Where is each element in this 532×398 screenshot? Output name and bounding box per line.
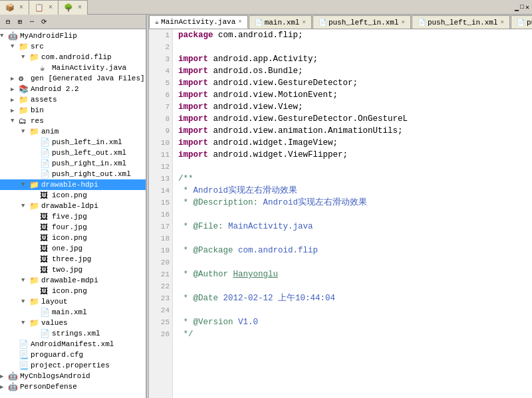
tree-item-MainActivity.java[interactable]: ☕MainActivity.java: [0, 62, 146, 73]
tree-item-gen[interactable]: ▶⚙gen [Generated Java Files]: [0, 73, 146, 84]
tree-label: MyCnblogsAndroid: [20, 372, 146, 380]
line-number-9: 9: [152, 125, 170, 137]
code-line-3: import android.app.Activity;: [178, 53, 527, 65]
line-number-14: 14: [152, 185, 170, 197]
tree-item-one.jpg[interactable]: 🖼one.jpg: [0, 243, 146, 254]
refresh-button[interactable]: ⟳: [39, 17, 49, 27]
tree-item-bin[interactable]: ▶📁bin: [0, 105, 146, 116]
close-hierarchy-tab[interactable]: ×: [78, 4, 82, 11]
tree-item-push_left_in.xml[interactable]: 📄push_left_in.xml: [0, 137, 146, 148]
tree-label: AndroidManifest.xml: [31, 340, 146, 348]
tree-label: bin: [31, 106, 146, 114]
collapse-all-button[interactable]: ⊟: [3, 17, 13, 27]
code-token: com.android.flip: [238, 246, 318, 255]
code-line-25: * @Version V1.0: [178, 316, 527, 328]
tree-item-MyCnblogsAndroid[interactable]: ▶🤖MyCnblogsAndroid: [0, 371, 146, 381]
code-token: import: [178, 126, 208, 136]
code-line-22: [178, 280, 527, 292]
tab-close-button[interactable]: ×: [302, 19, 305, 26]
tree-item-three.jpg[interactable]: 🖼three.jpg: [0, 254, 146, 264]
tree-item-drawable-mdpi[interactable]: ▼📁drawable-mdpi: [0, 275, 146, 286]
minimize-icon[interactable]: ▁: [515, 3, 519, 11]
tree-arrow: ▼: [11, 43, 19, 50]
tree-item-four.jpg[interactable]: 🖼four.jpg: [0, 222, 146, 233]
line-number-17: 17: [152, 221, 170, 233]
tree-item-com.android.flip[interactable]: ▼📁com.android.flip: [0, 52, 146, 62]
tree-item-AndroidManifest.xml[interactable]: 📄AndroidManifest.xml: [0, 339, 146, 349]
tree-item-five.jpg[interactable]: 🖼five.jpg: [0, 211, 146, 222]
left-panel: ⊟ ⊞ ↔ ⟳ ▼🤖MyAndroidFlip▼📁src▼📁com.androi…: [0, 15, 146, 398]
code-token: import: [178, 138, 208, 148]
editor-tab-2[interactable]: 📄push_left_in.xml×: [313, 15, 411, 29]
tree-arrow: ▶: [11, 96, 19, 104]
tab-close-button[interactable]: ×: [501, 19, 504, 26]
line-number-23: 23: [152, 292, 170, 304]
code-line-26: */: [178, 328, 527, 340]
tree-item-res[interactable]: ▼🗂res: [0, 116, 146, 126]
left-tab-logcat[interactable]: 📋 ×: [29, 0, 59, 15]
tree-item-icon-mdpi[interactable]: 🖼icon.png: [0, 286, 146, 296]
tree-label: icon.png: [52, 191, 146, 199]
tab-close-button[interactable]: ×: [402, 19, 405, 26]
tree-item-main.xml[interactable]: 📄main.xml: [0, 307, 146, 318]
tree-icon-folder: 📁: [19, 106, 29, 115]
tree-item-icon-hdpi[interactable]: 🖼icon.png: [0, 190, 146, 201]
code-line-4: import android.os.Bundle;: [178, 65, 527, 77]
line-number-19: 19: [152, 245, 170, 256]
close-logcat-tab[interactable]: ×: [49, 4, 53, 11]
editor-tab-3[interactable]: 📄push_left_in.xml×: [412, 15, 510, 29]
tree-item-drawable-ldpi[interactable]: ▼📁drawable-ldpi: [0, 201, 146, 211]
code-token: * @Author: [178, 270, 233, 279]
line-number-11: 11: [152, 149, 170, 161]
left-tab-packages[interactable]: 📦 ×: [0, 0, 29, 15]
tree-item-strings.xml[interactable]: 📄strings.xml: [0, 328, 146, 339]
code-token: android.view.GestureDetector.OnGestureL: [208, 114, 408, 124]
tree-item-values[interactable]: ▼📁values: [0, 318, 146, 328]
tree-label: strings.xml: [52, 330, 146, 338]
logcat-icon: 📋: [35, 3, 44, 12]
tree-label: drawable-ldpi: [41, 202, 146, 210]
tree-label: proguard.cfg: [31, 351, 146, 359]
tree-label: src: [31, 43, 146, 50]
editor-tab-4[interactable]: 📄push_left_out.xml×: [511, 15, 532, 29]
tree-item-icon-ldpi[interactable]: 🖼icon.png: [0, 233, 146, 243]
code-token: android.view.animation.AnimationUtils;: [208, 126, 403, 136]
code-token: import: [178, 54, 208, 64]
code-line-12: [178, 161, 527, 173]
tree-label: main.xml: [52, 308, 146, 316]
tree-item-MyAndroidFlip[interactable]: ▼🤖MyAndroidFlip: [0, 31, 146, 41]
tree-icon-xml: 📄: [40, 138, 51, 147]
tree-item-layout[interactable]: ▼📁layout: [0, 296, 146, 307]
editor-tab-1[interactable]: 📄main.xml×: [249, 15, 312, 29]
close-window-icon[interactable]: ✕: [525, 3, 529, 11]
tree-item-src[interactable]: ▼📁src: [0, 41, 146, 52]
tree-item-PersonDefense[interactable]: ▶🤖PersonDefense: [0, 381, 146, 392]
tree-item-Android2.2[interactable]: ▶📚Android 2.2: [0, 84, 146, 94]
code-token: android.view.MotionEvent;: [208, 90, 338, 100]
maximize-icon[interactable]: □: [520, 3, 524, 11]
tree-item-push_right_in.xml[interactable]: 📄push_right_in.xml: [0, 158, 146, 169]
line-number-6: 6: [152, 89, 170, 101]
tree-icon-folder: 📁: [29, 276, 40, 285]
tree-item-proguard.cfg[interactable]: 📃proguard.cfg: [0, 349, 146, 360]
tab-close-button[interactable]: ×: [238, 19, 241, 25]
tree-item-anim[interactable]: ▼📁anim: [0, 126, 146, 137]
code-line-7: import android.view.View;: [178, 101, 527, 113]
close-packages-tab[interactable]: ×: [19, 4, 23, 11]
code-token: android.view.View;: [208, 102, 303, 112]
expand-button[interactable]: ⊞: [15, 17, 25, 27]
code-token: android.view.GestureDetector;: [208, 78, 358, 88]
left-tab-hierarchy[interactable]: 🌳 ×: [59, 0, 88, 15]
link-editor-button[interactable]: ↔: [27, 17, 37, 27]
code-token: Android实现左右滑动效果: [263, 198, 368, 207]
tree-item-drawable-hdpi[interactable]: ▼📁drawable-hdpi: [0, 179, 146, 190]
right-panel: ☕MainActivity.java×📄main.xml×📄push_left_…: [149, 15, 532, 398]
line-number-26: 26: [152, 328, 170, 340]
editor-tab-0[interactable]: ☕MainActivity.java×: [149, 15, 248, 29]
tree-item-push_left_out.xml[interactable]: 📄push_left_out.xml: [0, 148, 146, 158]
tree-item-project.properties[interactable]: 📃project.properties: [0, 360, 146, 371]
tree-item-two.jpg[interactable]: 🖼two.jpg: [0, 264, 146, 275]
tree-item-assets[interactable]: ▶📁assets: [0, 94, 146, 105]
code-area[interactable]: 1234567891011121314151617181920212223242…: [149, 29, 532, 398]
tree-item-push_right_out.xml[interactable]: 📄push_right_out.xml: [0, 169, 146, 179]
